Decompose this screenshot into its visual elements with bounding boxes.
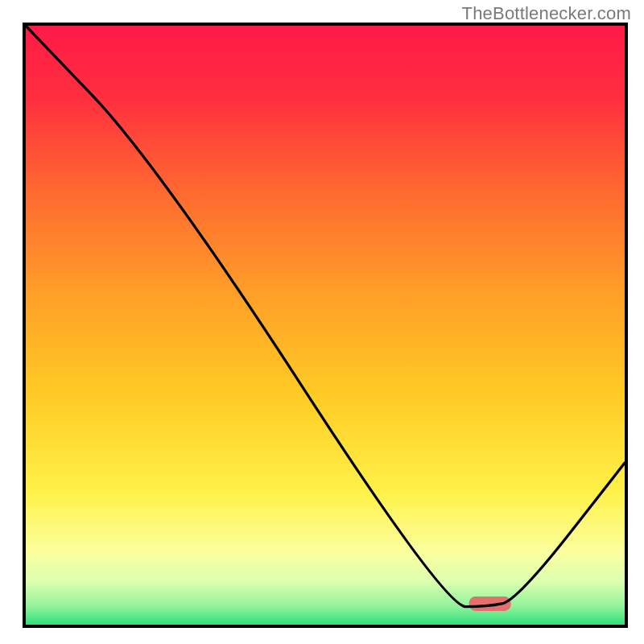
- chart-frame: [23, 23, 628, 628]
- chart-plot: [26, 26, 625, 625]
- attribution-watermark: TheBottlenecker.com: [462, 3, 631, 24]
- chart-background-gradient: [26, 26, 625, 625]
- page-root: TheBottlenecker.com: [0, 0, 644, 644]
